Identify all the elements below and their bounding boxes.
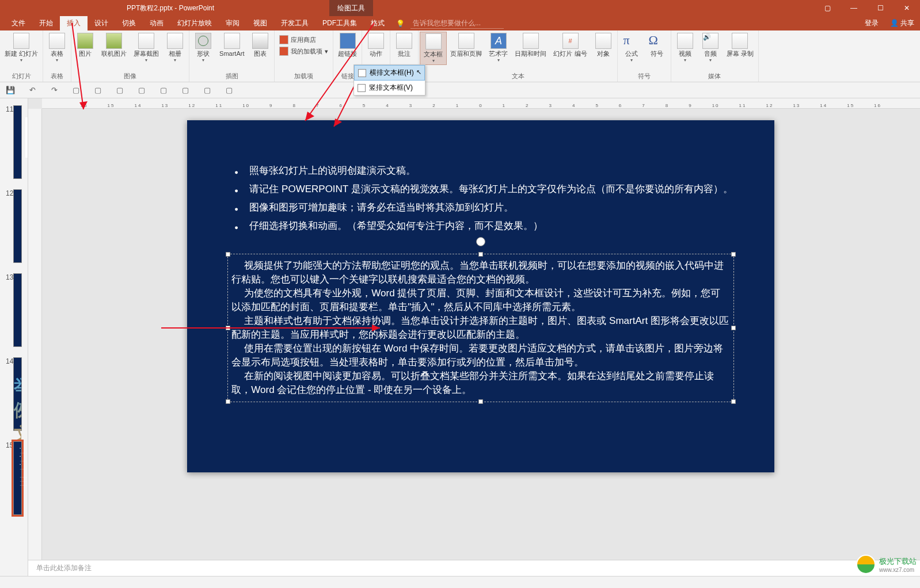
selected-textbox[interactable]: ⟳ 视频提供了功能强大的方法帮助您证明您的观点。当您单击联机视频时，可以在想要添… [227,254,734,402]
tab-transition[interactable]: 切换 [115,16,143,30]
chart-button[interactable]: 图表 [248,32,273,64]
thumb-number: 13 [6,273,13,347]
datetime-button[interactable]: 日期和时间 [511,32,550,65]
textbox-dropdown: 横排文本框(H) 竖排文本框(V) ↖ [353,64,425,96]
vertical-ruler [28,109,42,560]
tab-file[interactable]: 文件 [5,16,32,30]
textbox-paragraph: 为使您的文档具有专业外观，Word 提供了页眉、页脚、封面和文本框设计，这些设计… [228,287,733,314]
horizontal-textbox-item[interactable]: 横排文本框(H) [354,65,425,81]
qat-icon[interactable]: ▢ [115,86,124,95]
tab-view[interactable]: 视图 [246,16,274,30]
watermark-name: 极光下载站 [879,556,917,567]
qat-icon[interactable]: ▢ [203,86,212,95]
textbox-paragraph: 使用在需要位置出现的新按钮在 Word 中保存时间。若要更改图片适应文档的方式，… [228,342,733,369]
group-symbols-label: 符号 [619,71,670,82]
close-button[interactable]: ✕ [894,0,920,16]
qat-icon[interactable]: ▢ [159,86,168,95]
tab-animation[interactable]: 动画 [143,16,170,30]
status-bar [0,576,920,588]
screen-recording-button[interactable]: 屏幕 录制 [723,32,757,64]
resize-handle[interactable] [226,252,230,257]
qat-icon[interactable]: ▢ [137,86,146,95]
equation-button[interactable]: π公式▾ [619,32,644,64]
resize-handle[interactable] [731,399,736,404]
bullet-item: 请记住 POWERPOINT 是演示文稿的视觉效果。每张幻灯片上的文字仅作为论点… [234,181,740,197]
slide-thumb-11[interactable] [13,105,21,179]
tab-home[interactable]: 开始 [32,16,60,30]
watermark: 极光下载站 www.xz7.com [856,555,917,574]
action-button[interactable]: 动作 [363,32,389,59]
slide-thumb-12[interactable] [13,189,21,263]
online-picture-button[interactable]: 联机图片 [98,32,130,64]
resize-handle[interactable] [226,326,230,330]
watermark-url: www.xz7.com [879,567,917,573]
bullet-item: 仔细选择切换和动画。（希望受众如何专注于内容，而不是效果。） [234,218,740,234]
qat-icon[interactable]: ▢ [71,86,81,95]
slide-stage[interactable]: 照每张幻灯片上的说明创建演示文稿。 请记住 POWERPOINT 是演示文稿的视… [42,109,920,560]
current-slide[interactable]: 照每张幻灯片上的说明创建演示文稿。 请记住 POWERPOINT 是演示文稿的视… [187,120,774,472]
store-button[interactable]: 应用商店 [276,34,332,45]
resize-handle[interactable] [478,399,483,404]
tab-review[interactable]: 审阅 [219,16,246,30]
textbox-paragraph: 在新的阅读视图中阅读更加容易。可以折叠文档某些部分并关注所需文本。如果在达到结尾… [228,369,733,397]
wordart-button[interactable]: A艺术字▾ [485,32,511,65]
undo-icon[interactable]: ↶ [28,86,37,95]
group-media-label: 媒体 [672,71,757,82]
slide-thumb-15[interactable]: • ………………………………• ………………………………• …………………………… [13,441,21,515]
share-button[interactable]: 👤 共享 [884,18,920,28]
group-tables-label: 表格 [44,71,70,82]
tab-slideshow[interactable]: 幻灯片放映 [170,16,219,30]
resize-handle[interactable] [226,399,230,404]
resize-handle[interactable] [731,326,736,330]
textbox-paragraph: 主题和样式也有助于文档保持协调。当您单击设计并选择新的主题时，图片、图表或 Sm… [228,314,733,342]
hyperlink-button[interactable]: 超链接 [334,32,360,59]
qat-icon[interactable]: ▢ [93,86,102,95]
notes-pane[interactable]: 单击此处添加备注 [28,560,920,576]
redo-icon[interactable]: ↷ [50,86,59,95]
slide-thumb-13[interactable] [13,273,21,347]
vertical-textbox-item[interactable]: 竖排文本框(V) [354,81,425,95]
thumb-number: 14 [6,357,13,431]
my-addins-button[interactable]: 我的加载项 ▾ [276,45,332,57]
slide-number-button[interactable]: #幻灯片 编号 [550,32,590,65]
title-bar: PPT教程2.pptx - PowerPoint 绘图工具 ▢ — ☐ ✕ [0,0,920,16]
qat-icon[interactable]: ▢ [225,86,234,95]
tab-insert[interactable]: 插入 [60,16,88,30]
resize-handle[interactable] [478,252,483,257]
contextual-tab-label: 绘图工具 [329,0,373,16]
save-icon[interactable]: 💾 [6,86,15,95]
tab-developer[interactable]: 开发工具 [274,16,315,30]
resize-handle[interactable] [731,252,736,257]
horizontal-ruler: 1615141312111098765432101234567891011121… [42,98,920,109]
slide-thumb-14[interactable]: 举例文字 [13,357,21,431]
album-button[interactable]: 相册▾ [162,32,188,64]
tab-pdf[interactable]: PDF工具集 [315,16,364,30]
symbol-button[interactable]: Ω符号 [644,32,670,64]
header-footer-button[interactable]: 页眉和页脚 [447,32,485,65]
shapes-button[interactable]: 形状▾ [191,32,216,64]
rotate-handle[interactable]: ⟳ [476,237,485,246]
table-button[interactable]: 表格▾ [44,32,70,64]
minimize-button[interactable]: — [841,0,867,16]
tab-format[interactable]: 格式 [364,16,391,30]
window-title: PPT教程2.pptx - PowerPoint [127,3,214,13]
tell-me-input[interactable]: 告诉我您想要做什么... [410,18,504,29]
smartart-button[interactable]: SmartArt [216,32,248,64]
comment-button[interactable]: 批注 [391,32,417,59]
group-illustrations-label: 插图 [191,71,273,82]
object-button[interactable]: 对象 [591,32,616,65]
qat-icon[interactable]: ▢ [181,86,190,95]
ribbon-options-icon[interactable]: ▢ [814,0,841,16]
bullet-item: 图像和图形可增加趣味；请务必在适当时将其添加到幻灯片。 [234,200,740,216]
new-slide-button[interactable]: 新建 幻灯片▾ [1,32,41,64]
maximize-button[interactable]: ☐ [867,0,894,16]
login-link[interactable]: 登录 [859,18,884,28]
textbox-button[interactable]: 文本框▾ [420,32,447,65]
slide-thumbnails-panel[interactable]: 11 12 13 14 举例文字 15 • ………………………………• …………… [0,98,28,576]
picture-button[interactable]: 图片 [73,32,98,64]
tab-design[interactable]: 设计 [88,16,115,30]
group-text-label: 文本 [420,71,615,82]
audio-button[interactable]: 🔊音频▾ [698,32,723,64]
screenshot-button[interactable]: 屏幕截图▾ [130,32,162,64]
video-button[interactable]: 视频▾ [672,32,698,64]
